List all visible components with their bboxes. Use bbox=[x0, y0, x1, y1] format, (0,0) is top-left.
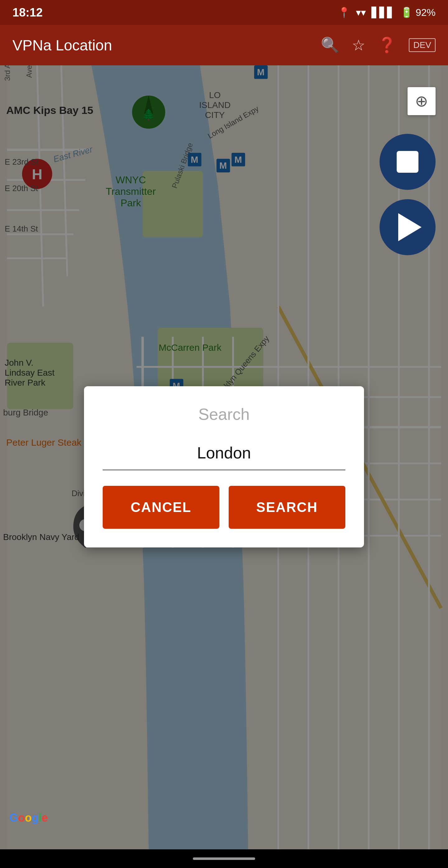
dialog-title: Search bbox=[103, 405, 345, 424]
status-bar: 18:12 📍 ▾▾ ▋▋▋ 🔋 92% bbox=[0, 0, 448, 25]
search-icon[interactable]: 🔍 bbox=[321, 36, 340, 54]
location-status-icon: 📍 bbox=[338, 6, 350, 18]
star-icon[interactable]: ☆ bbox=[352, 36, 365, 54]
battery-indicator: 🔋 92% bbox=[401, 6, 436, 18]
cancel-button[interactable]: CANCEL bbox=[103, 486, 219, 529]
dialog-buttons: CANCEL SEARCH bbox=[103, 486, 345, 529]
app-bar: VPNa Location 🔍 ☆ ❓ DEV bbox=[0, 25, 448, 65]
app-bar-actions: 🔍 ☆ ❓ DEV bbox=[321, 36, 436, 54]
signal-icon: ▋▋▋ bbox=[372, 6, 395, 18]
app-title: VPNa Location bbox=[12, 37, 321, 54]
dev-badge[interactable]: DEV bbox=[409, 38, 436, 52]
search-dialog: Search CANCEL SEARCH bbox=[84, 386, 364, 548]
wifi-icon: ▾▾ bbox=[356, 6, 366, 18]
dialog-overlay: Search CANCEL SEARCH bbox=[0, 65, 448, 868]
help-icon[interactable]: ❓ bbox=[378, 36, 396, 54]
search-button[interactable]: SEARCH bbox=[229, 486, 345, 529]
status-time: 18:12 bbox=[12, 6, 43, 19]
status-icons: 📍 ▾▾ ▋▋▋ 🔋 92% bbox=[338, 6, 436, 18]
bottom-bar bbox=[0, 849, 448, 868]
home-indicator bbox=[193, 858, 255, 860]
search-input[interactable] bbox=[103, 436, 345, 470]
